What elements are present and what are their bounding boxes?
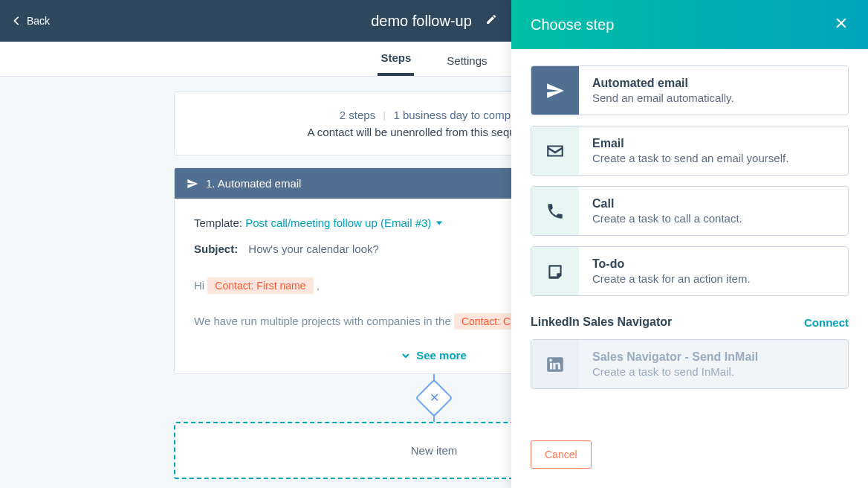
body-line: We have run multiple projects with compa… [194,315,454,327]
paper-plane-icon [531,66,579,115]
option-title: Call [592,197,742,211]
chevron-left-icon [12,16,22,26]
option-title: Email [592,137,788,150]
template-value: Post call/meeting follow up (Email #3) [245,216,431,229]
close-icon: ✕ [430,392,439,404]
paper-plane-icon [187,178,198,190]
option-sub: Create a task to call a contact. [592,212,742,225]
close-panel-button[interactable] [834,16,849,34]
cancel-button[interactable]: Cancel [531,440,592,469]
new-item-label: New item [411,444,458,457]
tab-steps[interactable]: Steps [378,51,414,76]
template-label: Template: [194,216,242,229]
subject-value: How's your calendar look? [248,243,378,255]
duration: 1 business day to complete [393,109,528,121]
option-title: To-do [592,257,751,271]
chevron-down-icon [401,351,410,360]
panel-footer: Cancel [511,427,868,488]
linkedin-section-header: LinkedIn Sales Navigator Connect [531,315,849,329]
panel-body: Automated email Send an email automatica… [511,49,868,427]
greeting-prefix: Hi [194,279,207,292]
caret-down-icon [435,219,443,227]
phone-icon [531,187,579,235]
linkedin-icon [531,340,579,388]
steps-count: 2 steps [340,109,375,121]
step-title: 1. Automated email [206,177,301,190]
remove-step-button[interactable]: ✕ [415,379,453,417]
back-button[interactable]: Back [12,15,50,27]
option-sub: Create a task for an action item. [592,272,751,285]
option-todo[interactable]: To-do Create a task for an action item. [531,246,849,296]
connect-link[interactable]: Connect [804,316,849,329]
pencil-icon [485,13,497,25]
token-first-name[interactable]: Contact: First name [207,277,313,294]
choose-step-panel: Choose step Automated email Send an emai… [511,0,868,488]
option-title: Automated email [592,77,734,90]
option-linkedin-inmail: Sales Navigator - Send InMail Create a t… [531,339,849,389]
greeting-suffix: , [317,279,320,292]
page-title: demo follow-up [371,13,472,30]
back-label: Back [27,15,50,27]
option-call[interactable]: Call Create a task to call a contact. [531,186,849,236]
close-icon [834,16,849,30]
option-email[interactable]: Email Create a task to send an email you… [531,126,849,176]
panel-title: Choose step [531,16,614,33]
linkedin-section-title: LinkedIn Sales Navigator [531,315,672,329]
see-more-label: See more [416,349,467,362]
edit-title-button[interactable] [485,13,497,28]
option-sub: Create a task to send InMail. [592,365,758,378]
todo-icon [531,247,579,295]
option-title: Sales Navigator - Send InMail [592,350,758,364]
separator: | [383,109,386,121]
option-sub: Create a task to send an email yourself. [592,152,788,164]
option-sub: Send an email automatically. [592,92,734,104]
panel-header: Choose step [511,0,868,49]
template-selector[interactable]: Post call/meeting follow up (Email #3) [245,216,443,229]
envelope-icon [531,126,579,175]
subject-label: Subject: [194,243,238,255]
option-automated-email[interactable]: Automated email Send an email automatica… [531,65,849,115]
tab-settings[interactable]: Settings [444,54,490,76]
